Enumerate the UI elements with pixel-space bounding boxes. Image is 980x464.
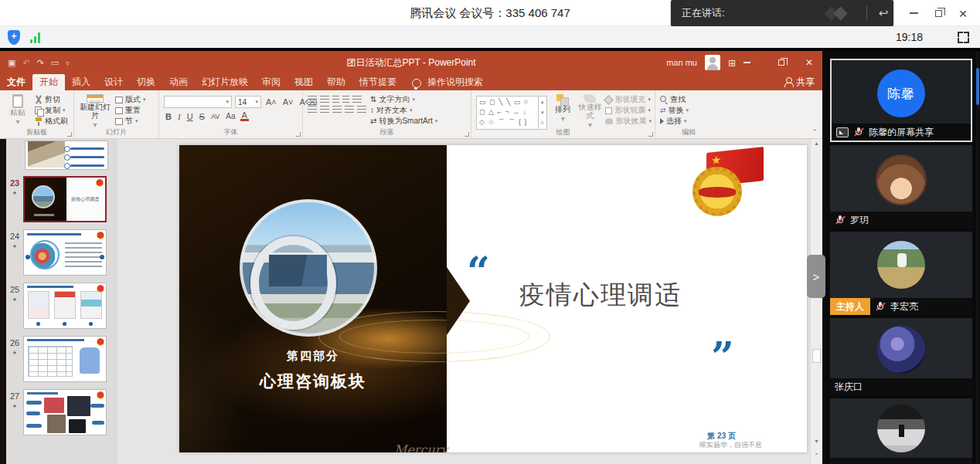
justify-icon[interactable] <box>345 106 354 113</box>
section-button[interactable]: 节▾ <box>115 117 146 126</box>
qat-customize-icon[interactable] <box>66 59 70 67</box>
scroll-up-arrow[interactable]: ▲ <box>811 141 822 146</box>
drawing-dialog-launcher[interactable] <box>648 132 653 137</box>
decrease-indent-icon[interactable] <box>332 96 339 103</box>
scroll-down-arrow[interactable]: ▼ <box>811 439 822 444</box>
quick-styles-button[interactable]: 快速样式 ▾ <box>578 93 601 129</box>
scrollbar-thumb[interactable] <box>812 349 821 363</box>
paragraph-dialog-launcher[interactable] <box>464 132 469 137</box>
font-size-combobox[interactable]: 14▾ <box>235 96 261 108</box>
tab-design[interactable]: 设计 <box>97 74 130 90</box>
select-button[interactable]: 选择▾ <box>660 117 689 126</box>
font-name-combobox[interactable]: ▾ <box>164 96 232 108</box>
shape-effects-button[interactable]: 形状效果▾ <box>605 117 652 126</box>
font-color-button[interactable]: A <box>240 111 249 121</box>
ppt-restore-button[interactable] <box>771 57 791 68</box>
tell-me-search[interactable]: 操作说明搜索 <box>420 74 490 90</box>
line-spacing-icon[interactable] <box>352 96 362 103</box>
ppt-close-button[interactable] <box>799 57 819 68</box>
tab-view[interactable]: 视图 <box>288 74 320 90</box>
reset-button[interactable]: 重置 <box>115 106 146 115</box>
copy-button[interactable]: 复制▾ <box>35 106 68 115</box>
security-shield-icon[interactable] <box>8 30 20 45</box>
replace-button[interactable]: 替换▾ <box>660 106 689 115</box>
bullets-icon[interactable] <box>308 96 317 103</box>
participant-tile[interactable]: 罗玥 <box>830 145 972 229</box>
layout-button[interactable]: 版式▾ <box>115 95 146 104</box>
tab-file[interactable]: 文件 <box>0 74 32 90</box>
slide-thumbnail-23[interactable]: 疫情心理调适 <box>23 176 107 222</box>
tab-storyboard[interactable]: 情节提要 <box>352 74 403 90</box>
format-painter-button[interactable]: 格式刷 <box>35 117 68 126</box>
arrange-button[interactable]: 排列 ▾ <box>551 93 574 129</box>
character-spacing-button[interactable]: AV <box>209 113 221 120</box>
account-avatar[interactable] <box>705 55 720 70</box>
slide-thumbnail-22[interactable] <box>25 141 108 170</box>
maximize-button[interactable] <box>926 0 951 26</box>
italic-button[interactable]: I <box>176 112 182 121</box>
redo-icon[interactable] <box>37 59 44 67</box>
tab-transitions[interactable]: 切换 <box>130 74 162 90</box>
ribbon-display-options-icon[interactable] <box>728 56 736 69</box>
close-button[interactable] <box>951 0 975 26</box>
clipboard-dialog-launcher[interactable] <box>67 132 72 137</box>
shape-fill-button[interactable]: 形状填充▾ <box>605 95 652 104</box>
cut-button[interactable]: 剪切 <box>35 95 68 104</box>
paste-button[interactable]: 粘贴 ▾ <box>5 93 31 129</box>
vertical-scrollbar[interactable]: ▲ ▼ ⌃ <box>810 139 822 464</box>
participant-tile-active-speaker[interactable]: 陈馨 陈馨的屏幕共享 <box>830 59 972 142</box>
align-left-icon[interactable] <box>308 106 317 113</box>
undo-icon[interactable] <box>22 59 29 67</box>
collapse-ribbon-icon[interactable] <box>812 128 818 136</box>
new-slide-button[interactable]: 新建幻灯片 ▾ <box>79 93 111 129</box>
tab-help[interactable]: 帮助 <box>320 74 352 90</box>
start-slideshow-icon[interactable] <box>51 59 59 67</box>
participant-tile[interactable]: 张庆口 <box>830 318 972 395</box>
change-case-button[interactable]: Aa <box>224 112 236 120</box>
tab-slideshow[interactable]: 幻灯片放映 <box>195 74 255 90</box>
slide-thumbnail-26[interactable] <box>23 336 107 382</box>
underline-button[interactable]: U <box>185 112 195 121</box>
animation-star-icon: ★ <box>6 296 23 303</box>
fullscreen-icon[interactable] <box>958 32 969 43</box>
align-text-button[interactable]: ↕对齐文本▾ <box>370 106 437 115</box>
numbering-icon[interactable] <box>320 96 329 103</box>
increase-indent-icon[interactable] <box>342 96 349 103</box>
sidebar-scrollbar-thumb[interactable] <box>976 68 979 105</box>
minimize-button[interactable] <box>901 0 926 26</box>
align-right-icon[interactable] <box>332 106 342 113</box>
shapes-gallery-scroll[interactable]: ▲▼≡ <box>538 97 546 129</box>
sidebar-scrollbar[interactable] <box>976 51 979 464</box>
participant-tile[interactable] <box>830 398 972 464</box>
align-center-icon[interactable] <box>320 106 329 113</box>
slide-thumbnail-24[interactable] <box>23 229 107 276</box>
grow-font-button[interactable]: A˄ <box>264 97 278 107</box>
share-button[interactable]: 共享 <box>784 76 815 89</box>
participant-tile-host[interactable]: 主持人 李宏亮 <box>830 232 972 315</box>
tab-home[interactable]: 开始 <box>32 74 65 90</box>
slide-thumbnail-25[interactable] <box>23 283 107 329</box>
slide-23[interactable]: 第四部分 心理咨询板块 Mercury “ 疫情心理调适 ” 第 23 页 竢实… <box>179 145 807 452</box>
account-name[interactable]: man mu <box>666 58 697 67</box>
shrink-font-button[interactable]: A˅ <box>281 97 295 107</box>
sidebar-collapse-arrow[interactable]: > <box>807 255 825 298</box>
ppt-minimize-button[interactable] <box>744 62 764 63</box>
text-direction-button[interactable]: ⇅文字方向▾ <box>370 95 437 104</box>
shape-outline-button[interactable]: 形状轮廓▾ <box>605 106 652 115</box>
tab-insert[interactable]: 插入 <box>65 74 97 90</box>
slide-thumbnail-27[interactable] <box>23 389 107 435</box>
find-button[interactable]: 查找 <box>660 95 689 104</box>
save-icon[interactable] <box>8 59 15 67</box>
section-icon <box>115 118 123 125</box>
restore-panel-arrow-icon[interactable] <box>873 6 893 20</box>
font-dialog-launcher[interactable] <box>296 132 301 137</box>
strikethrough-button[interactable]: S <box>198 112 206 121</box>
meeting-status-strip: 19:18 <box>0 26 980 49</box>
tab-review[interactable]: 审阅 <box>255 74 288 90</box>
shapes-gallery[interactable]: ▭ ◻ ╲ ╲ ▭ ○ ◻ △ ⌐ ¬ → ↓ ◇ ☆ ⌒ ⌒ { } ▲▼≡ <box>476 96 547 130</box>
bold-button[interactable]: B <box>164 112 173 121</box>
smartart-button[interactable]: ⇄转换为SmartArt▾ <box>370 117 437 126</box>
next-slide-button[interactable]: ⌃ <box>811 452 822 459</box>
tab-animations[interactable]: 动画 <box>162 74 195 90</box>
columns-icon[interactable] <box>357 106 366 113</box>
